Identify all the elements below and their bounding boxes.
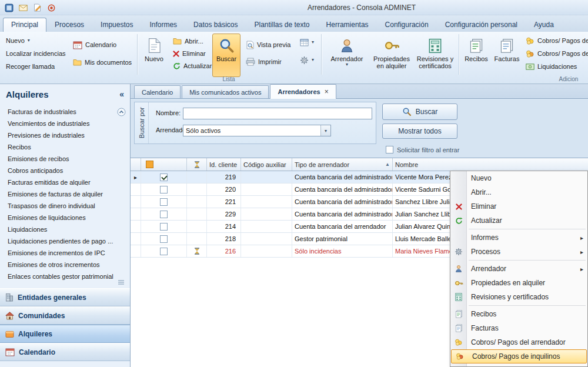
group-label-lista: Lista [141, 76, 317, 84]
header-tipo-label: Tipo de arrendador [295, 161, 349, 168]
menu-item-eliminar[interactable]: Eliminar [450, 199, 587, 213]
header-tipo-arrendador[interactable]: Tipo de arrendador▲ [292, 158, 393, 171]
sidebar-item-cobros-anticipados[interactable]: Cobros anticipados [0, 165, 130, 176]
row-checkbox[interactable] [160, 211, 168, 218]
sidebar-item-otros-incrementos[interactable]: Emisiones de otros incrementos [0, 259, 130, 271]
menu-item-propiedades[interactable]: Propiedades en alquiler [450, 276, 587, 290]
header-id-cliente[interactable]: Id. cliente [207, 158, 241, 171]
filtro-checkbox[interactable] [386, 146, 393, 154]
eliminar-button[interactable]: Eliminar [171, 48, 208, 59]
collapse-sidebar-icon[interactable]: « [119, 89, 124, 99]
doc-tab-comunicados[interactable]: Mis comunicados activos [182, 85, 269, 98]
facturas-big-button[interactable]: Facturas [493, 34, 521, 77]
section-comunidades[interactable]: Comunidades [0, 306, 130, 325]
sidebar-item-recibos[interactable]: Recibos [0, 141, 130, 153]
mail-icon[interactable] [18, 2, 28, 13]
buscar-big-button[interactable]: Buscar [212, 34, 240, 77]
menu-item-facturas[interactable]: Facturas [450, 321, 587, 335]
row-checkbox[interactable] [160, 235, 168, 243]
settings-dropdown-button[interactable]: ▾ [298, 54, 316, 66]
tab-informes[interactable]: Informes [141, 18, 185, 32]
cobros-arrendador-button[interactable]: Cobros/ Pagos del [523, 35, 588, 46]
app-icon[interactable] [4, 2, 14, 13]
buscar-button[interactable]: Buscar [382, 104, 457, 120]
menu-item-abrir[interactable]: Abrir... [450, 185, 587, 199]
doc-tab-calendario[interactable]: Calendario [134, 85, 181, 98]
arrendador-big-button[interactable]: Arrendador ▾ [327, 34, 367, 77]
revisiones-big-label: Revisiones y certificados [415, 55, 456, 69]
mis-documentos-button[interactable]: Mis documentos [71, 56, 134, 68]
sidebar-item-vencimientos[interactable]: Vencimientos de industriales [0, 118, 130, 129]
menu-item-actualizar[interactable]: Actualizar [450, 213, 587, 228]
select-all-checkbox[interactable] [146, 161, 153, 168]
header-codigo-auxiliar[interactable]: Código auxiliar [241, 158, 292, 171]
recoger-llamada-button[interactable]: Recoger llamada [4, 61, 57, 72]
doc-tab-arrendadores[interactable]: Arrendadores× [270, 84, 336, 99]
sidebar-item-previsiones[interactable]: Previsiones de industriales [0, 129, 130, 141]
vista-previa-button[interactable]: Vista previa [243, 39, 293, 51]
header-incidencias-cell[interactable] [187, 158, 207, 171]
tab-configuracion-personal[interactable]: Configuración personal [437, 18, 526, 32]
revisiones-big-button[interactable]: Revisiones y certificados [414, 34, 456, 77]
header-nombre[interactable]: Nombre [393, 158, 588, 171]
cobros-inquilinos-button[interactable]: Cobros/ Pagos de [523, 48, 588, 59]
edit-document-icon[interactable] [32, 2, 42, 13]
record-call-icon[interactable] [46, 2, 56, 13]
close-tab-icon[interactable]: × [325, 88, 329, 96]
menu-item-procesos[interactable]: Procesos▸ [450, 245, 587, 259]
row-checkbox[interactable] [160, 248, 168, 255]
menu-item-recibos[interactable]: Recibos [450, 307, 587, 321]
localizar-incidencias-button[interactable]: Localizar incidencias [4, 48, 68, 59]
sidebar-item-facturas-industriales[interactable]: Facturas de industriales [0, 106, 130, 118]
tab-principal[interactable]: Principal [3, 18, 46, 32]
imprimir-label: Imprimir [258, 58, 282, 65]
sidebar-item-liquidaciones-pendientes[interactable]: Liquidaciones pendientes de pago ... [0, 235, 130, 247]
row-checkbox[interactable] [160, 223, 168, 231]
sidebar-item-facturas-emitidas[interactable]: Facturas emitidas de alquiler [0, 176, 130, 188]
propiedades-big-button[interactable]: Propiedades en alquiler [370, 34, 413, 77]
dropdown-arrow-icon: ▾ [312, 58, 314, 62]
tab-ayuda[interactable]: Ayuda [526, 18, 562, 32]
sidebar-item-emisiones-liquidaciones[interactable]: Emisiones de liquidaciones [0, 212, 130, 223]
nuevo-quick-button[interactable]: Nuevo▾ [4, 35, 32, 46]
sidebar-item-emisiones-recibos[interactable]: Emisiones de recibos [0, 153, 130, 165]
recibos-big-button[interactable]: Recibos [462, 34, 490, 77]
menu-item-cobros-inquilinos[interactable]: Cobros/ Pagos de inquilinos [451, 349, 587, 363]
tab-datos-basicos[interactable]: Datos básicos [185, 18, 246, 32]
tab-plantillas[interactable]: Plantillas de texto [246, 18, 318, 32]
menu-item-informes[interactable]: Informes▸ [450, 231, 587, 245]
nuevo-big-button[interactable]: Nuevo [141, 34, 168, 77]
sidebar-item-emisiones-facturas[interactable]: Emisiones de facturas de alquiler [0, 188, 130, 200]
section-calendario[interactable]: Calendario [0, 343, 130, 361]
sidebar-item-enlaces-contables[interactable]: Enlaces contables gestor patrimonial [0, 271, 130, 282]
section-entidades-generales[interactable]: Entidades generales [0, 288, 130, 306]
menu-item-nuevo[interactable]: Nuevo [450, 171, 587, 185]
list-layout-dropdown-button[interactable]: ▾ [298, 36, 316, 48]
imprimir-button[interactable]: Imprimir [243, 56, 284, 68]
section-alquileres[interactable]: Alquileres [0, 325, 130, 343]
sidebar-item-incrementos-ipc[interactable]: Emisiones de incrementos de IPC [0, 247, 130, 259]
row-checkbox[interactable] [160, 198, 168, 206]
row-checkbox[interactable] [160, 186, 168, 193]
sidebar-item-traspasos[interactable]: Traspasos de dinero individual [0, 200, 130, 212]
sidebar-item-liquidaciones[interactable]: Liquidaciones [0, 223, 130, 235]
tab-impuestos[interactable]: Impuestos [92, 18, 141, 32]
arrendadores-select[interactable]: Sólo activos ▾ [183, 125, 331, 136]
actualizar-button[interactable]: Actualizar [171, 60, 214, 72]
abrir-button[interactable]: Abrir... [171, 35, 206, 47]
tab-procesos[interactable]: Procesos [46, 18, 92, 32]
scroll-up-icon[interactable] [117, 108, 126, 116]
header-checkbox-cell[interactable] [141, 158, 187, 171]
menu-item-arrendador[interactable]: Arrendador▸ [450, 262, 587, 276]
liquidaciones-button[interactable]: Liquidaciones [523, 61, 588, 72]
tab-herramientas[interactable]: Herramientas [318, 18, 377, 32]
menu-item-cobros-arrendador[interactable]: Cobros/ Pagos del arrendador [450, 335, 587, 349]
calendario-quick-button[interactable]: Calendario [71, 39, 119, 51]
row-indicator-cell [131, 196, 141, 208]
tab-configuracion[interactable]: Configuración [377, 18, 437, 32]
row-checkbox[interactable] [160, 174, 168, 181]
nombre-input[interactable] [183, 108, 372, 119]
mostrar-todos-button[interactable]: Mostrar todos [382, 124, 457, 139]
menu-item-revisiones[interactable]: Revisiones y certificados [450, 290, 587, 304]
list-grip-icon[interactable] [118, 279, 125, 285]
